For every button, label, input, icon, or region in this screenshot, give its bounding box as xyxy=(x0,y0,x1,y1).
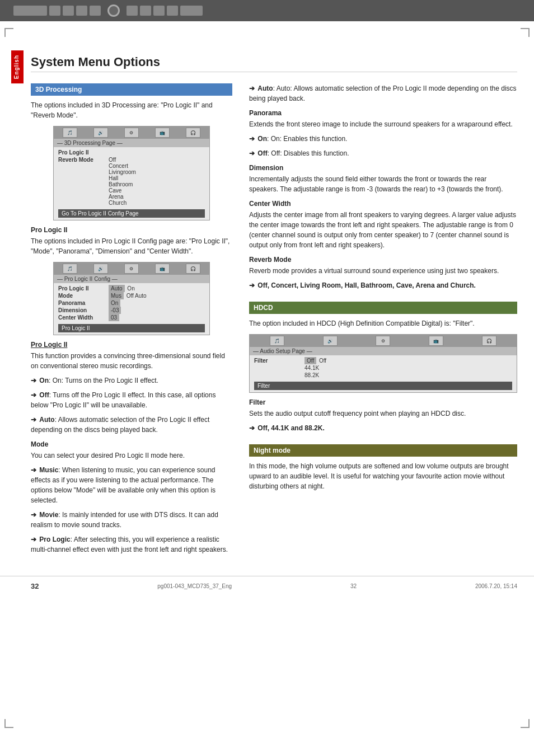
prologic-label: Pro Logic xyxy=(39,536,70,543)
arrow-auto-right: ➔ xyxy=(249,84,255,92)
panel-row-label: Reverb Mode xyxy=(58,157,109,163)
panel-topbar: 🎵 🔊 ⚙ 📺 🎧 xyxy=(54,126,209,139)
row-values: Mus Off Auto xyxy=(109,293,205,299)
panel-icon-3: ⚙ xyxy=(376,336,390,346)
top-segment xyxy=(167,6,178,16)
top-circle xyxy=(107,4,120,17)
prologic-button[interactable]: Pro Logic II xyxy=(58,324,205,332)
content-columns: 3D Processing The options included in 3D… xyxy=(31,83,517,559)
row-label: Pro Logic II xyxy=(58,285,109,292)
movie-text: Is mainly intended for use with DTS disc… xyxy=(31,511,218,529)
filter-label: Filter xyxy=(254,358,305,364)
reverb-option: Cave xyxy=(109,187,205,194)
prologic-effect: ➔ Pro Logic: After selecting this, you w… xyxy=(31,534,232,555)
filter-button[interactable]: Filter xyxy=(254,382,512,390)
page-footer: 32 pg001-043_MCD735_37_Eng 32 2006.7.20,… xyxy=(0,576,534,596)
panel-icon-1: 🎵 xyxy=(270,336,284,346)
panel-icon-2: 🔊 xyxy=(93,128,108,138)
selected-value: Auto xyxy=(109,285,125,292)
reverbmode-options: ➔ Off, Concert, Living Room, Hall, Bathr… xyxy=(249,280,517,290)
page-title: System Menu Options xyxy=(31,55,517,72)
reverb-option: Concert xyxy=(109,163,205,169)
hdcd-intro: The option included in HDCD (High Defini… xyxy=(249,318,517,328)
top-segment xyxy=(127,6,138,16)
value-on: On xyxy=(127,285,134,292)
hdcd-panel: 🎵 🔊 ⚙ 📺 🎧 — Audio Setup Page — Filter Of… xyxy=(249,334,517,393)
panel-icon-3: ⚙ xyxy=(124,264,139,274)
panel-icon-4: 📺 xyxy=(429,336,443,346)
panorama-on: ➔ On: On: Enables this function. xyxy=(249,134,517,144)
hdcd-882k-row: 88.2K xyxy=(254,372,512,378)
arrow-panorama-on: ➔ xyxy=(249,135,255,143)
arrow-prologic: ➔ xyxy=(31,536,36,543)
auto-text: Allows automatic selection of the Pro Lo… xyxy=(31,416,209,434)
filter-opts: Off, 44.1K and 88.2K. xyxy=(257,424,324,432)
row-label: Mode xyxy=(58,293,109,299)
panel-icon-5: 🎧 xyxy=(186,264,200,274)
footer-file-info: pg001-043_MCD735_37_Eng xyxy=(157,583,232,589)
music-effect: ➔ Music: When listening to music, you ca… xyxy=(31,465,232,505)
top-segment xyxy=(153,6,165,16)
reverb-option: Hall xyxy=(109,175,205,181)
row-values: On xyxy=(109,300,205,306)
prologic-auto-effect: ➔ Auto: Allows automatic selection of th… xyxy=(31,415,232,435)
prologic-off-effect: ➔ Off: Turns off the Pro Logic II effect… xyxy=(31,390,232,410)
right-column: ➔ Auto: Auto: Allows automatic selection… xyxy=(249,83,517,559)
selected-value: 03 xyxy=(109,314,119,321)
prologic-ii-subheading: Pro Logic II xyxy=(31,226,232,234)
side-tab-english: English xyxy=(11,50,24,83)
reverbmode-body: Reverb mode provides a virtual surround … xyxy=(249,266,517,276)
panel-icon-5: 🎧 xyxy=(482,336,496,346)
music-label: Music xyxy=(39,466,58,474)
hdcd-panel-topbar: 🎵 🔊 ⚙ 📺 🎧 xyxy=(250,335,517,347)
top-segment xyxy=(90,6,101,16)
row-values: -03 xyxy=(109,307,205,313)
auto-right-body: Auto: Allows automatic selection of the … xyxy=(249,84,517,102)
arrow-on: ➔ xyxy=(31,377,36,384)
corner-mark-bl xyxy=(4,719,13,728)
panel-row-values: Off Concert Livingroom Hall Bathroom Cav… xyxy=(109,157,205,206)
hdcd-panel-body: Filter Off Off 44.1K 88.2K xyxy=(250,355,517,392)
mode-body: You can select your desired Pro Logic II… xyxy=(31,450,232,461)
row-label: Center Width xyxy=(58,314,109,321)
panel-row-panorama: Panorama On xyxy=(58,300,205,306)
filter-options: ➔ Off, 44.1K and 88.2K. xyxy=(249,423,517,433)
prologic-desc-heading: Pro Logic II xyxy=(31,341,232,349)
panel-icon-2: 🔊 xyxy=(323,336,338,346)
goto-prologic-button[interactable]: Go To Pro Logic II Config Page xyxy=(58,209,205,218)
3d-processing-intro: The options included in 3D Processing ar… xyxy=(31,100,232,120)
panel-label-prologic: — Pro Logic II Config — xyxy=(54,275,209,283)
dimension-heading: Dimension xyxy=(249,164,517,172)
arrow-music: ➔ xyxy=(31,466,36,474)
reverb-options-text: Off, Concert, Living Room, Hall, Bathroo… xyxy=(257,281,476,289)
hdcd-section: HDCD The option included in HDCD (High D… xyxy=(249,302,517,433)
top-segment xyxy=(76,6,87,16)
mode-subheading: Mode xyxy=(31,440,232,448)
panel-row-label: Pro Logic II xyxy=(58,149,109,156)
reverbmode-heading: Reverb Mode xyxy=(249,256,517,264)
panel-icon-3: ⚙ xyxy=(124,128,139,138)
movie-effect: ➔ Movie: Is mainly intended for use with… xyxy=(31,510,232,530)
night-mode-section: Night mode In this mode, the high volume… xyxy=(249,444,517,491)
reverb-option: Church xyxy=(109,200,205,206)
panorama-off-label: Off xyxy=(257,149,267,157)
reverb-option: Arena xyxy=(109,194,205,200)
footer-page-center: 32 xyxy=(350,583,357,589)
row-values: 03 xyxy=(109,314,205,321)
dimension-body: Incrementally adjusts the sound field ei… xyxy=(249,174,517,194)
panel-row-centerwidth: Center Width 03 xyxy=(58,314,205,321)
selected-value: Mus xyxy=(109,292,124,299)
off-text: Turns off the Pro Logic II effect. In th… xyxy=(31,391,216,409)
auto-right-label: Auto xyxy=(257,84,273,92)
panorama-body: Extends the front stereo image to includ… xyxy=(249,119,517,129)
arrow-auto: ➔ xyxy=(31,416,36,424)
panel-row-reverb: Reverb Mode Off Concert Livingroom Hall … xyxy=(58,157,205,206)
panorama-off-text: Off: Disables this function. xyxy=(271,149,349,157)
prologic-on-effect: ➔ On: On: Turns on the Pro Logic II effe… xyxy=(31,375,232,386)
reverb-option: Livingroom xyxy=(109,169,205,175)
centerwidth-heading: Center Width xyxy=(249,200,517,208)
top-segment xyxy=(13,6,47,16)
on-text: On: Turns on the Pro Logic II effect. xyxy=(53,377,158,384)
arrow-reverb: ➔ xyxy=(249,281,255,289)
movie-label: Movie xyxy=(39,511,58,519)
